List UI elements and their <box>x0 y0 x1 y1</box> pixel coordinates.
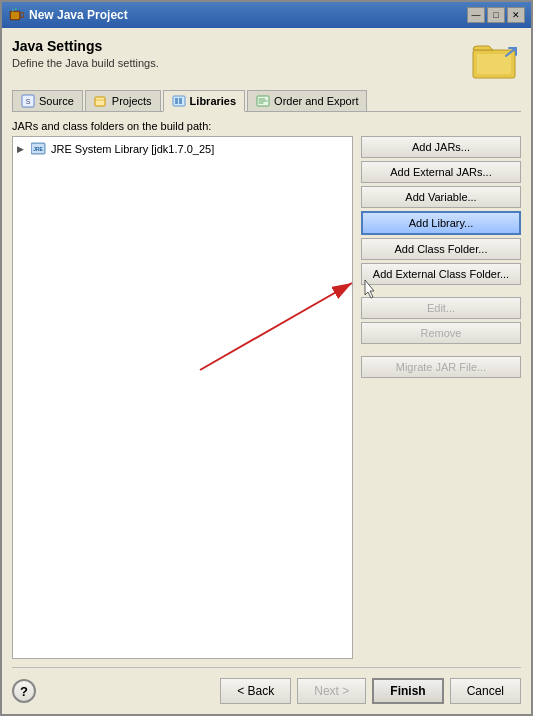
tab-libraries[interactable]: Libraries <box>163 90 245 112</box>
projects-tab-icon <box>94 94 108 108</box>
restore-button[interactable]: □ <box>487 7 505 23</box>
tree-item: ▶ JRE JRE System Library [jdk1.7.0_25] <box>17 141 348 157</box>
jre-library-icon: JRE <box>31 142 47 156</box>
edit-button[interactable]: Edit... <box>361 297 521 319</box>
svg-rect-9 <box>95 97 105 106</box>
main-window: New Java Project — □ ✕ Java Settings Def… <box>0 0 533 716</box>
left-panel: ▶ JRE JRE System Library [jdk1.7.0_25] <box>12 136 353 659</box>
order-tab-icon <box>256 94 270 108</box>
add-library-button[interactable]: Add Library... <box>361 211 521 235</box>
svg-text:S: S <box>26 98 31 105</box>
library-tree[interactable]: ▶ JRE JRE System Library [jdk1.7.0_25] <box>12 136 353 659</box>
tab-projects[interactable]: Projects <box>85 90 161 111</box>
help-button[interactable]: ? <box>12 679 36 703</box>
header-folder-icon <box>471 38 521 82</box>
header-section: Java Settings Define the Java build sett… <box>12 38 521 82</box>
add-external-jars-button[interactable]: Add External JARs... <box>361 161 521 183</box>
back-button[interactable]: < Back <box>220 678 291 704</box>
svg-rect-3 <box>12 9 14 12</box>
title-bar: New Java Project — □ ✕ <box>2 2 531 28</box>
window-controls: — □ ✕ <box>467 7 525 23</box>
tab-bar: S Source Projects <box>12 90 521 112</box>
libraries-tab-icon <box>172 94 186 108</box>
svg-rect-4 <box>15 8 17 11</box>
source-tab-icon: S <box>21 94 35 108</box>
minimize-button[interactable]: — <box>467 7 485 23</box>
jre-library-label: JRE System Library [jdk1.7.0_25] <box>51 143 214 155</box>
tab-order-export[interactable]: Order and Export <box>247 90 367 111</box>
migrate-jar-button[interactable]: Migrate JAR File... <box>361 356 521 378</box>
cancel-button[interactable]: Cancel <box>450 678 521 704</box>
close-button[interactable]: ✕ <box>507 7 525 23</box>
footer: ? < Back Next > Finish Cancel <box>12 667 521 704</box>
expand-arrow[interactable]: ▶ <box>17 144 27 154</box>
finish-button[interactable]: Finish <box>372 678 443 704</box>
page-title: Java Settings <box>12 38 159 54</box>
svg-point-2 <box>20 13 24 18</box>
remove-button[interactable]: Remove <box>361 322 521 344</box>
add-class-folder-button[interactable]: Add Class Folder... <box>361 238 521 260</box>
page-subtitle: Define the Java build settings. <box>12 57 159 69</box>
next-button[interactable]: Next > <box>297 678 366 704</box>
tab-source[interactable]: S Source <box>12 90 83 111</box>
svg-rect-6 <box>477 54 511 74</box>
window-icon <box>8 7 24 23</box>
right-panel: Add JARs... Add External JARs... Add Var… <box>361 136 521 659</box>
add-external-class-folder-button[interactable]: Add External Class Folder... <box>361 263 521 285</box>
svg-rect-11 <box>175 98 178 104</box>
build-path-label: JARs and class folders on the build path… <box>12 120 521 132</box>
add-jars-button[interactable]: Add JARs... <box>361 136 521 158</box>
add-variable-button[interactable]: Add Variable... <box>361 186 521 208</box>
window-title: New Java Project <box>29 8 128 22</box>
svg-rect-12 <box>179 98 182 104</box>
svg-rect-1 <box>11 12 19 19</box>
svg-text:JRE: JRE <box>33 146 43 152</box>
